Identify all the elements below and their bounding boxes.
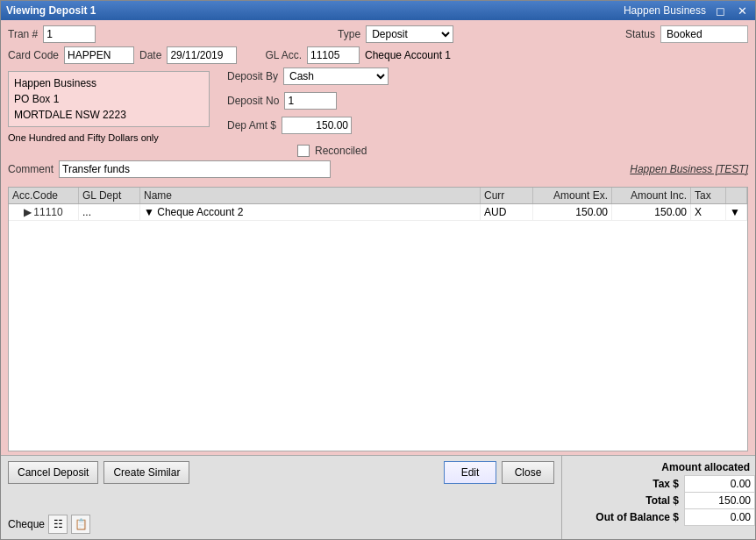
row-tran-type-status: Tran # Type Deposit Withdrawal Status Bo… (8, 25, 748, 43)
total-label: Total $ (562, 493, 685, 509)
address-line-1: Happen Business (14, 75, 203, 91)
col-tax: Tax (691, 188, 726, 203)
total-value: 150.00 (685, 493, 755, 509)
dep-amt-label: Dep Amt $ (227, 119, 276, 131)
address-line-2: PO Box 1 (14, 91, 203, 107)
reconciled-label: Reconciled (315, 145, 367, 157)
bottom-left: Cancel Deposit Create Similar Edit Close… (1, 456, 561, 539)
title-bar-controls: Happen Business ◻ ✕ (624, 4, 750, 17)
action-buttons: Cancel Deposit Create Similar Edit Close (8, 461, 554, 484)
type-select[interactable]: Deposit Withdrawal (366, 25, 453, 43)
total-row: Total $ 150.00 (562, 493, 755, 509)
amount-allocated-header: Amount allocated (562, 459, 755, 475)
address-box: Happen Business PO Box 1 MORTDALE NSW 22… (8, 71, 210, 127)
card-code-input[interactable] (64, 46, 134, 64)
title-bar: Viewing Deposit 1 Happen Business ◻ ✕ (1, 1, 755, 20)
col-name: Name (140, 188, 481, 203)
row-cardcode-date-glacc: Card Code Date GL Acc. Cheque Account 1 (8, 46, 748, 64)
tran-input[interactable] (43, 25, 96, 43)
cheque-label: Cheque (8, 518, 45, 530)
grid-container: Acc.Code GL Dept Name Curr Amount Ex. Am… (8, 187, 748, 451)
tax-row: Tax $ 0.00 (562, 476, 755, 493)
out-of-balance-row: Out of Balance $ 0.00 (562, 509, 755, 526)
tax-dropdown[interactable]: ▼ (726, 204, 747, 220)
name-cell: ▼ Cheque Account 2 (140, 204, 481, 220)
deposit-fields: Deposit By Cash Cheque EFT Deposit No De… (227, 68, 389, 157)
curr-cell: AUD (481, 204, 533, 220)
gl-acc-name: Cheque Account 1 (365, 49, 451, 61)
row-deposit-no: Deposit No (227, 92, 389, 110)
amount-inc-cell: 150.00 (612, 204, 691, 220)
date-label: Date (139, 49, 161, 61)
status-label: Status (625, 28, 655, 40)
bottom-icons-row: Cheque ☷ 📋 (8, 515, 554, 534)
row-dep-amt: Dep Amt $ (227, 117, 389, 134)
gl-dept-cell[interactable]: ... (79, 204, 140, 220)
company-name: Happen Business (624, 4, 706, 17)
type-label: Type (338, 28, 360, 40)
deposit-by-label: Deposit By (227, 70, 278, 82)
amount-ex-cell: 150.00 (533, 204, 612, 220)
close-button-bottom[interactable]: Close (502, 461, 554, 484)
copy-icon[interactable]: 📋 (71, 515, 90, 534)
col-actions (726, 188, 747, 203)
edit-button[interactable]: Edit (444, 461, 496, 484)
window-title: Viewing Deposit 1 (6, 4, 96, 17)
address-section: Happen Business PO Box 1 MORTDALE NSW 22… (8, 68, 218, 157)
summary-table: Tax $ 0.00 Total $ 150.00 Out of Balance… (562, 475, 755, 526)
comment-section: Comment Happen Business [TEST] (8, 160, 748, 178)
close-button[interactable]: ✕ (735, 5, 750, 17)
comment-input[interactable] (59, 160, 331, 178)
reconciled-checkbox[interactable] (297, 145, 310, 157)
tran-label: Tran # (8, 28, 38, 40)
bottom-bar: Cancel Deposit Create Similar Edit Close… (1, 455, 755, 539)
table-row: ▶ 11110 ... ▼ Cheque Account 2 AUD 150.0… (9, 204, 747, 221)
main-window: Viewing Deposit 1 Happen Business ◻ ✕ Tr… (0, 0, 756, 540)
grid-header: Acc.Code GL Dept Name Curr Amount Ex. Am… (9, 188, 747, 204)
restore-button[interactable]: ◻ (713, 5, 728, 17)
deposit-no-input[interactable] (284, 92, 337, 110)
row-indicator: ▶ 11110 (9, 204, 79, 220)
happen-link[interactable]: Happen Business [TEST] (630, 163, 748, 175)
acc-code-cell: 11110 (33, 206, 62, 218)
create-similar-button[interactable]: Create Similar (103, 461, 189, 484)
col-amount-inc: Amount Inc. (612, 188, 691, 203)
row-deposit-by: Deposit By Cash Cheque EFT (227, 68, 389, 85)
dep-amt-input[interactable] (282, 117, 352, 134)
col-amount-ex: Amount Ex. (533, 188, 612, 203)
out-of-balance-label: Out of Balance $ (562, 509, 685, 526)
date-input[interactable] (167, 46, 237, 64)
main-content: Tran # Type Deposit Withdrawal Status Bo… (1, 20, 755, 455)
gl-acc-input[interactable] (307, 46, 360, 64)
out-of-balance-value: 0.00 (685, 509, 755, 526)
address-line-3: MORTDALE NSW 2223 (14, 107, 203, 123)
col-curr: Curr (481, 188, 533, 203)
col-acc-code: Acc.Code (9, 188, 79, 203)
deposit-no-label: Deposit No (227, 95, 279, 107)
tax-value: 0.00 (685, 476, 755, 493)
tax-label: Tax $ (562, 476, 685, 493)
status-value: Booked (660, 25, 748, 43)
comment-label: Comment (8, 163, 53, 175)
reconciled-row: Reconciled (297, 145, 389, 157)
grid-body: ▶ 11110 ... ▼ Cheque Account 2 AUD 150.0… (9, 204, 747, 451)
summary-section: Amount allocated Tax $ 0.00 Total $ 150.… (561, 456, 755, 539)
words-amount: One Hundred and Fifty Dollars only (8, 132, 218, 143)
tax-cell: X (691, 204, 726, 220)
list-icon[interactable]: ☷ (48, 515, 68, 534)
card-code-label: Card Code (8, 49, 59, 61)
col-gl-dept: GL Dept (79, 188, 140, 203)
gl-acc-label: GL Acc. (265, 49, 302, 61)
cancel-deposit-button[interactable]: Cancel Deposit (8, 461, 98, 484)
deposit-by-select[interactable]: Cash Cheque EFT (283, 68, 389, 85)
